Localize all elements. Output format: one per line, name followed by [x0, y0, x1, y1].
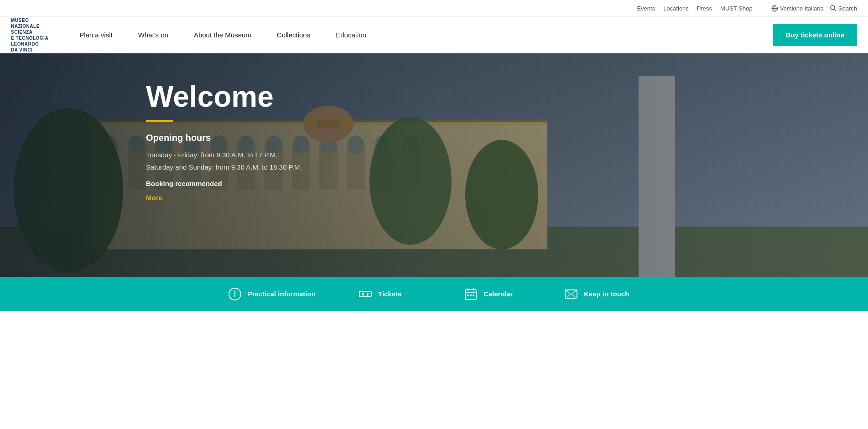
svg-point-42: [234, 290, 235, 291]
plan-visit-link[interactable]: Plan a visit: [67, 31, 125, 39]
svg-line-59: [572, 295, 575, 297]
search-label: Search: [838, 5, 857, 12]
bottom-bar: Practical information Tickets: [0, 277, 868, 311]
search-button[interactable]: Search: [830, 5, 857, 12]
top-bar-links: Events Locations Press MUST Shop: [637, 5, 752, 12]
svg-line-57: [571, 290, 577, 295]
tickets-label: Tickets: [378, 290, 401, 298]
logo-text: MUSEO NAZIONALE SCIENZA E TECNOLOGIA LEO…: [11, 17, 48, 53]
whats-on-link[interactable]: What's on: [125, 31, 181, 39]
svg-line-56: [565, 290, 571, 295]
svg-rect-53: [470, 295, 472, 296]
main-nav: MUSEO NAZIONALE SCIENZA E TECNOLOGIA LEO…: [0, 17, 868, 53]
opening-hours-title: Opening hours: [146, 133, 868, 143]
svg-line-58: [567, 295, 570, 297]
education-link[interactable]: Education: [323, 31, 379, 39]
calendar-label: Calendar: [483, 290, 513, 298]
buy-tickets-button[interactable]: Buy tickets online: [773, 24, 857, 46]
keep-in-touch-item[interactable]: Keep in touch: [542, 277, 651, 311]
top-bar: Events Locations Press MUST Shop Version…: [0, 0, 868, 17]
hero-title: Welcome: [146, 81, 868, 113]
search-icon: [830, 5, 837, 11]
more-link[interactable]: More →: [146, 194, 171, 202]
hero-content: Welcome Opening hours Tuesday - Friday: …: [0, 53, 868, 202]
language-label: Versione Italiana: [780, 5, 824, 12]
practical-info-label: Practical information: [248, 290, 316, 298]
collections-link[interactable]: Collections: [264, 31, 323, 39]
nav-links: Plan a visit What's on About the Museum …: [67, 31, 773, 39]
calendar-icon: [463, 287, 478, 301]
top-bar-divider: [762, 4, 762, 13]
must-shop-link[interactable]: MUST Shop: [720, 5, 753, 12]
calendar-item[interactable]: Calendar: [434, 277, 543, 311]
opening-hours-weekend: Saturday and Sunday: from 9.30 A.M. to 1…: [146, 161, 868, 173]
svg-rect-52: [467, 295, 469, 296]
about-museum-link[interactable]: About the Museum: [181, 31, 264, 39]
tickets-item[interactable]: Tickets: [326, 277, 434, 311]
press-link[interactable]: Press: [697, 5, 712, 12]
svg-rect-54: [473, 295, 474, 296]
hero-section: Welcome Opening hours Tuesday - Friday: …: [0, 53, 868, 277]
hero-divider: [146, 120, 173, 122]
globe-icon: [771, 5, 778, 12]
svg-rect-43: [359, 291, 371, 297]
svg-point-46: [362, 293, 364, 295]
svg-line-4: [834, 9, 836, 11]
top-bar-right: Versione Italiana Search: [771, 5, 857, 12]
opening-hours-weekday: Tuesday - Friday: from 9.30 A.M. to 17 P…: [146, 149, 868, 161]
locations-link[interactable]: Locations: [663, 5, 689, 12]
ticket-icon: [358, 287, 373, 301]
keep-in-touch-label: Keep in touch: [584, 290, 629, 298]
practical-info-item[interactable]: Practical information: [218, 277, 326, 311]
message-icon: [564, 287, 578, 301]
events-link[interactable]: Events: [637, 5, 655, 12]
info-icon: [228, 287, 242, 301]
logo[interactable]: MUSEO NAZIONALE SCIENZA E TECNOLOGIA LEO…: [11, 17, 48, 53]
language-button[interactable]: Versione Italiana: [771, 5, 824, 12]
booking-recommended: Booking recommended: [146, 180, 868, 187]
svg-point-47: [367, 293, 369, 295]
bottom-bar-inner: Practical information Tickets: [218, 277, 651, 311]
